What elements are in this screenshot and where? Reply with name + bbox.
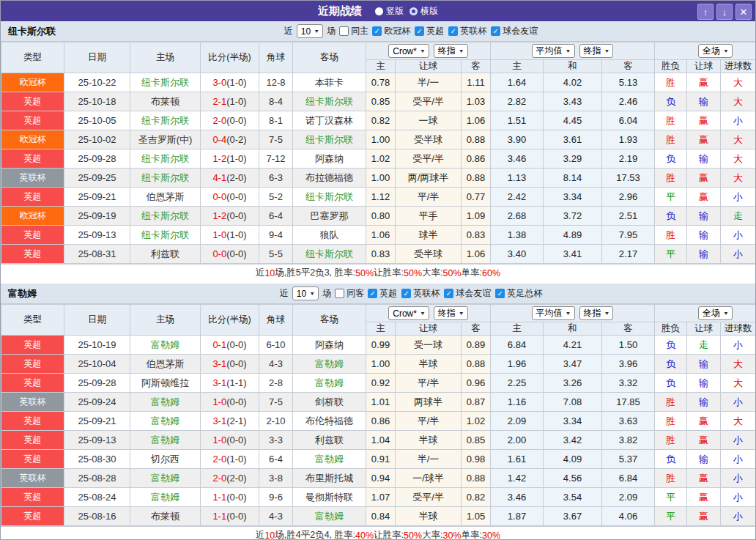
- match-row: 欧冠杯25-09-19纽卡斯尔联1-2(0-0)6-4巴塞罗那0.80平手1.0…: [1, 207, 756, 226]
- team-section: 纽卡斯尔联 近 10 ▼ 场 同主 ✓欧冠杯✓英超✓英联杯✓球会友谊: [1, 21, 755, 281]
- home-team: 富勒姆: [130, 469, 201, 488]
- corner-cell: 3-3: [259, 431, 293, 450]
- date-cell: 25-09-25: [64, 169, 130, 188]
- col-header: 客场: [293, 305, 366, 336]
- match-row: 英超25-10-18布莱顿2-1(1-0)8-4纽卡斯尔联0.85受平/半1.0…: [1, 92, 756, 111]
- summary-text: 近: [256, 267, 265, 279]
- col-header: 主场: [130, 305, 201, 336]
- avg-away: 2.17: [602, 245, 655, 264]
- competition-checkbox[interactable]: ✓英超: [368, 287, 397, 300]
- summary-text: 50%: [404, 530, 422, 540]
- chevron-down-icon: ▼: [723, 48, 729, 54]
- type-badge: 英超: [1, 245, 64, 264]
- odds-away: 0.77: [462, 188, 491, 207]
- window-buttons: ↑ ↓ ✕: [697, 4, 752, 20]
- chevron-down-icon: ▼: [723, 311, 729, 317]
- same-venue-checkbox[interactable]: 同主: [339, 25, 368, 37]
- date-cell: 25-08-31: [64, 245, 130, 264]
- odds-source-select[interactable]: Crow*▼: [388, 44, 429, 58]
- avg-home: 1.13: [491, 169, 544, 188]
- summary-text: 场,胜4平2负4, 胜率:: [275, 529, 355, 540]
- odds-source-select[interactable]: Crow*▼: [388, 306, 429, 320]
- away-team: 纽卡斯尔联: [293, 130, 366, 149]
- fulltime-score: 0-1: [212, 339, 226, 350]
- result-wdl: 胜: [655, 431, 687, 450]
- avg-away: 2.09: [602, 488, 655, 507]
- type-badge: 英联杯: [1, 469, 64, 488]
- col-header: 角球: [259, 305, 293, 336]
- avg-source-select[interactable]: 平均值▼: [532, 44, 575, 58]
- chevron-down-icon: ▼: [314, 29, 319, 34]
- odds-home: 0.84: [366, 507, 396, 526]
- fulltime-score: 2-1: [212, 96, 226, 107]
- odds-away: 0.88: [462, 130, 491, 149]
- avg-draw: 4.21: [544, 336, 602, 355]
- competition-checkbox[interactable]: ✓欧冠杯: [372, 25, 410, 37]
- match-row: 英超25-09-13纽卡斯尔联1-0(1-0)9-4狼队1.06球半0.831.…: [1, 226, 756, 245]
- competition-checkbox[interactable]: ✓英足总杯: [495, 287, 542, 300]
- summary-text: 50%: [355, 268, 374, 278]
- odds-stage-select[interactable]: 终指▼: [434, 44, 468, 58]
- result-goals: 小: [721, 431, 756, 450]
- move-down-button[interactable]: ↓: [716, 4, 733, 20]
- avg-home: 1.16: [491, 393, 544, 412]
- corner-cell: 5-5: [259, 245, 293, 264]
- odds-handicap: 两球半: [396, 393, 462, 412]
- scope-select[interactable]: 全场▼: [698, 44, 733, 58]
- same-venue-label: 同主: [351, 25, 368, 37]
- score-cell: 0-0(0-0): [201, 245, 259, 264]
- score-cell: 1-2(1-0): [201, 149, 259, 169]
- corner-cell: 12-8: [259, 73, 293, 92]
- close-button[interactable]: ✕: [735, 4, 752, 20]
- odds-handicap: 半/一: [396, 450, 462, 469]
- competition-label: 英超: [426, 25, 444, 37]
- result-goals: 大: [721, 355, 756, 374]
- avg-draw: 3.41: [544, 245, 602, 264]
- summary-text: 单率:: [462, 529, 482, 540]
- result-wdl: 平: [655, 188, 687, 207]
- avg-stage-select[interactable]: 终指▼: [579, 306, 614, 320]
- competition-checkbox[interactable]: ✓英联杯: [448, 25, 486, 37]
- summary-text: 让胜率:: [374, 529, 404, 540]
- home-team: 纽卡斯尔联: [130, 226, 201, 245]
- near-label: 近: [280, 287, 289, 300]
- scope-select[interactable]: 全场▼: [698, 306, 733, 320]
- same-venue-checkbox[interactable]: 同客: [335, 287, 364, 300]
- avg-draw: 3.29: [544, 149, 602, 169]
- sub-col-header: 胜负: [655, 322, 687, 336]
- checkbox-checked-icon: ✓: [448, 26, 458, 36]
- corner-cell: 6-4: [259, 450, 293, 469]
- competition-checkbox[interactable]: ✓球会友谊: [444, 287, 491, 300]
- chevron-down-icon: ▼: [420, 48, 426, 54]
- layout-radio-vertical[interactable]: 竖版: [375, 5, 404, 18]
- odds-stage-select[interactable]: 终指▼: [434, 306, 468, 320]
- home-team: 布莱顿: [130, 507, 201, 526]
- avg-source-select[interactable]: 平均值▼: [532, 306, 575, 320]
- odds-away: 0.85: [462, 431, 491, 450]
- odds-away: 0.96: [462, 374, 491, 393]
- summary-text: 近: [256, 529, 265, 540]
- match-row: 英超25-09-21富勒姆3-1(2-1)2-10布伦特福德0.86平/半1.0…: [1, 412, 756, 431]
- competition-checkbox[interactable]: ✓英联杯: [401, 287, 440, 300]
- match-count-value: 10: [301, 26, 311, 37]
- halftime-score: (0-0): [226, 434, 246, 445]
- chevron-down-icon: ▼: [459, 311, 464, 317]
- match-row: 欧冠杯25-10-22纽卡斯尔联3-0(1-0)12-8本菲卡0.78半/一1.…: [1, 73, 756, 92]
- match-count-select[interactable]: 10 ▼: [292, 286, 319, 300]
- odds-home: 1.04: [366, 431, 396, 450]
- result-goals: 大: [721, 412, 756, 431]
- result-wdl: 平: [655, 507, 687, 526]
- away-team: 纽卡斯尔联: [293, 188, 366, 207]
- avg-draw: 3.26: [544, 374, 602, 393]
- competition-checkbox[interactable]: ✓球会友谊: [491, 25, 538, 37]
- date-cell: 25-09-19: [64, 207, 130, 226]
- result-wdl: 平: [655, 488, 687, 507]
- move-up-button[interactable]: ↑: [697, 4, 714, 20]
- date-cell: 25-09-21: [64, 412, 130, 431]
- layout-radio-horizontal[interactable]: 横版: [410, 5, 438, 18]
- odds-away: 0.89: [462, 336, 491, 355]
- halftime-score: (0-0): [226, 396, 246, 407]
- avg-stage-select[interactable]: 终指▼: [579, 44, 614, 58]
- match-count-select[interactable]: 10 ▼: [297, 24, 323, 38]
- competition-checkbox[interactable]: ✓英超: [415, 25, 444, 37]
